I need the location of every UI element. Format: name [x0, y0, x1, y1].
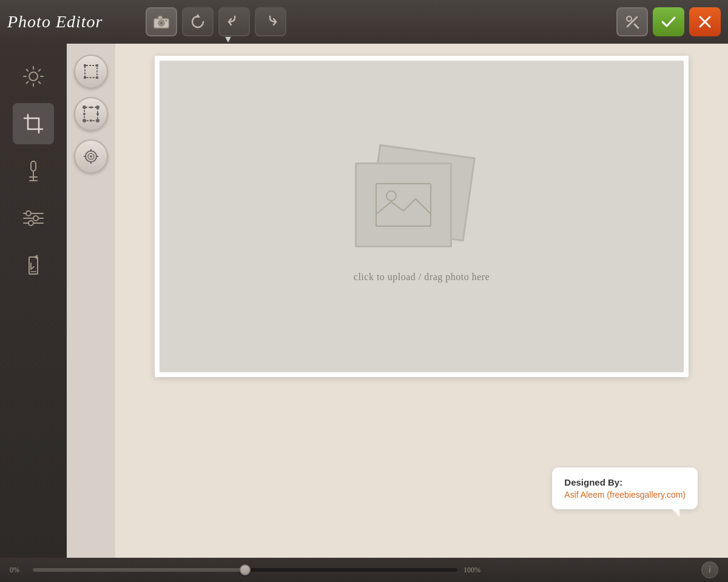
svg-line-17	[39, 82, 41, 84]
svg-rect-41	[96, 64, 98, 67]
zoom-thumb[interactable]	[240, 564, 251, 575]
secondary-panel	[67, 44, 115, 558]
crop-icon	[23, 113, 44, 134]
credit-designed-by-label: Designed By:	[564, 477, 686, 487]
undo-icon	[226, 14, 242, 30]
svg-rect-25	[31, 161, 36, 171]
photo-frame-front	[355, 162, 452, 247]
transform-icon	[83, 105, 99, 122]
svg-point-33	[33, 216, 38, 221]
svg-point-4	[166, 20, 167, 22]
svg-point-47	[83, 119, 86, 122]
panel-selection-button[interactable]	[74, 55, 108, 89]
info-icon: i	[709, 565, 711, 575]
svg-point-52	[90, 119, 92, 122]
svg-marker-5	[195, 14, 200, 18]
undo-button[interactable]	[218, 7, 250, 36]
svg-line-18	[39, 70, 41, 72]
upload-text: click to upload / drag photo here	[354, 272, 490, 283]
svg-rect-40	[84, 64, 86, 67]
left-sidebar	[0, 44, 67, 558]
panel-rotate-button[interactable]	[74, 139, 108, 173]
canvas-area: click to upload / drag photo here Design…	[115, 44, 728, 558]
rotate-icon	[83, 148, 99, 165]
svg-rect-43	[96, 76, 98, 79]
svg-line-19	[27, 82, 29, 84]
svg-point-32	[26, 211, 31, 216]
svg-point-2	[160, 22, 163, 25]
svg-point-46	[96, 105, 99, 109]
camera-icon	[153, 15, 169, 28]
sidebar-tool-adjustments[interactable]	[13, 198, 54, 239]
image-placeholder-icon	[373, 181, 434, 229]
credit-author: Asif Aleem (freebiesgallery.com)	[564, 490, 686, 500]
brightness-icon	[22, 65, 44, 87]
svg-rect-60	[376, 184, 431, 226]
svg-rect-39	[85, 65, 97, 78]
sidebar-tool-history[interactable]	[13, 245, 54, 286]
svg-point-48	[96, 119, 99, 122]
svg-point-34	[29, 221, 33, 226]
svg-rect-42	[84, 76, 86, 79]
svg-point-61	[386, 191, 396, 201]
svg-point-51	[96, 113, 99, 115]
reset-icon	[190, 14, 206, 30]
bottom-bar: 0% 100% i	[0, 558, 728, 582]
sidebar-tool-crop[interactable]	[13, 103, 54, 144]
camera-button[interactable]	[146, 7, 177, 36]
cancel-icon	[698, 15, 712, 28]
panel-transform-button[interactable]	[74, 97, 108, 131]
tools-button[interactable]	[616, 7, 648, 36]
svg-rect-3	[158, 16, 162, 19]
confirm-icon	[661, 15, 676, 28]
photo-upload-canvas[interactable]: click to upload / drag photo here	[155, 56, 689, 377]
svg-point-55	[90, 155, 92, 158]
sidebar-tool-filters[interactable]	[13, 150, 54, 192]
cancel-button[interactable]	[689, 7, 721, 36]
svg-point-45	[83, 105, 86, 109]
svg-rect-24	[28, 118, 39, 129]
confirm-button[interactable]	[653, 7, 684, 36]
history-icon	[24, 255, 42, 276]
svg-point-11	[29, 72, 38, 81]
redo-button[interactable]	[255, 7, 286, 36]
canvas-inner: click to upload / drag photo here	[160, 61, 684, 372]
top-toolbar: Photo Editor	[0, 0, 728, 44]
svg-point-50	[83, 113, 86, 115]
info-button[interactable]: i	[701, 561, 718, 578]
photo-placeholder	[355, 150, 488, 259]
reset-button[interactable]	[182, 7, 214, 36]
main-area: click to upload / drag photo here Design…	[0, 44, 728, 558]
zoom-min-label: 0%	[10, 566, 27, 575]
credit-box: Designed By: Asif Aleem (freebiesgallery…	[552, 467, 698, 509]
zoom-max-label: 100%	[463, 566, 480, 575]
svg-line-16	[27, 70, 29, 72]
filters-icon	[24, 160, 43, 182]
selection-icon	[83, 63, 99, 80]
svg-point-7	[627, 16, 632, 21]
app-title: Photo Editor	[7, 12, 129, 32]
svg-line-8	[635, 24, 638, 28]
zoom-fill	[33, 568, 245, 572]
svg-point-49	[90, 106, 92, 109]
svg-rect-44	[84, 107, 98, 121]
tools-icon	[624, 14, 640, 30]
zoom-track[interactable]	[33, 568, 457, 572]
adjustments-icon	[22, 209, 44, 228]
redo-icon	[263, 14, 278, 30]
sidebar-tool-brightness[interactable]	[13, 56, 54, 97]
